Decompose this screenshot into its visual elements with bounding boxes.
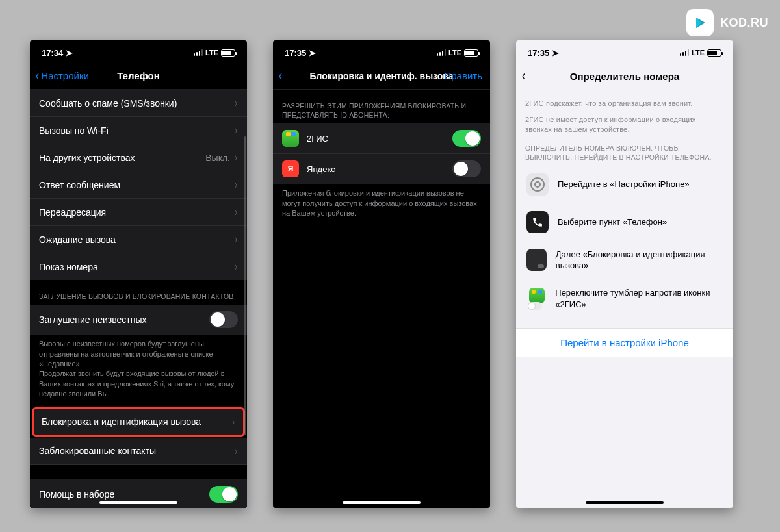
clock: 17:35: [285, 48, 306, 58]
cell-signal-icon: [680, 49, 690, 56]
nav-title: Определитель номера: [570, 71, 679, 82]
nav-title: Телефон: [117, 70, 160, 81]
chevron-right-icon: ›: [235, 444, 237, 458]
section-header-silence: ЗАГЛУШЕНИЕ ВЫЗОВОВ И БЛОКИРОВАНИЕ КОНТАК…: [30, 280, 247, 305]
cell-signal-icon: [437, 49, 447, 56]
chevron-right-icon: ›: [235, 151, 237, 164]
info-text-2: 2ГИС не имеет доступ к информации о вход…: [516, 112, 733, 138]
chevron-right-icon: ›: [235, 96, 237, 110]
section-header-apps: РАЗРЕШИТЬ ЭТИМ ПРИЛОЖЕНИЯМ БЛОКИРОВАТЬ И…: [273, 90, 490, 123]
toggle-dial-assist[interactable]: [209, 486, 238, 503]
scrollbar[interactable]: [244, 136, 246, 435]
chevron-right-icon: ›: [235, 205, 237, 219]
nav-title: Блокировка и идентиф. вызова: [310, 71, 454, 81]
app-row-2gis: 2ГИС: [273, 123, 490, 154]
chevron-right-icon: ›: [235, 233, 237, 246]
toggle-silence-unknown[interactable]: [209, 311, 238, 328]
battery-icon: [707, 49, 722, 57]
toggle-yandex[interactable]: [452, 160, 481, 177]
row-call-waiting[interactable]: Ожидание вызова›: [30, 226, 247, 253]
step-blocking: Далее «Блокировка и идентификация вызова…: [516, 241, 733, 279]
row-wifi-calling[interactable]: Вызовы по Wi-Fi›: [30, 117, 247, 144]
home-indicator[interactable]: [586, 501, 664, 504]
app-2gis-toggle-icon: [526, 288, 546, 310]
network-label: LTE: [692, 49, 705, 57]
phone-2gis-caller-id: 17:35 ➤ LTE ‹ Определитель номера 2ГИС п…: [516, 40, 733, 508]
row-caller-id[interactable]: Показ номера›: [30, 253, 247, 280]
watermark: KOD.RU: [686, 9, 768, 36]
app-label: Яндекс: [307, 164, 445, 174]
home-indicator[interactable]: [343, 501, 421, 504]
phone-call-blocking: 17:35 ➤ LTE ‹ Блокировка и идентиф. вызо…: [273, 40, 490, 508]
info-text-3: ОПРЕДЕЛИТЕЛЬ НОМЕРА ВКЛЮЧЕН. ЧТОБЫ ВЫКЛЮ…: [516, 138, 733, 166]
chevron-right-icon: ›: [235, 260, 237, 273]
kod-logo-icon: [686, 9, 714, 36]
back-button[interactable]: ‹ Настройки: [35, 62, 89, 89]
location-icon: ➤: [309, 48, 316, 58]
info-text-1: 2ГИС подскажет, что за организация вам з…: [516, 90, 733, 112]
chevron-left-icon: ‹: [36, 69, 39, 83]
watermark-text: KOD.RU: [720, 16, 768, 30]
phone-settings-telephone: 17:34 ➤ LTE ‹ Настройки Телефон Сообщать…: [30, 40, 247, 508]
footer-silence: Вызовы с неизвестных номеров будут заглу…: [30, 335, 247, 405]
chevron-left-icon: ‹: [279, 69, 282, 83]
nav-bar: ‹ Блокировка и идентиф. вызова Править: [273, 62, 490, 90]
nav-bar: ‹ Определитель номера: [516, 62, 733, 90]
cell-signal-icon: [194, 49, 203, 56]
step-settings: Перейдите в «Настройки iPhone»: [516, 166, 733, 203]
open-settings-link[interactable]: Перейти в настройки iPhone: [516, 328, 733, 357]
app-icon-yandex: Я: [282, 160, 299, 177]
phone-app-icon: [526, 211, 549, 233]
row-blocked-contacts[interactable]: Заблокированные контакты ›: [30, 438, 247, 465]
clock: 17:34: [42, 48, 63, 58]
app-icon-2gis: [282, 130, 299, 147]
location-icon: ➤: [552, 48, 559, 58]
network-label: LTE: [205, 49, 218, 57]
step-phone: Выберите пункт «Телефон»: [516, 203, 733, 241]
settings-icon: [526, 173, 549, 196]
battery-icon: [464, 49, 478, 57]
status-bar: 17:35 ➤ LTE: [273, 40, 490, 62]
step-toggle-2gis: Переключите тумблер напротив иконки «2ГИ…: [516, 279, 733, 318]
row-call-blocking-id[interactable]: Блокировка и идентификация вызова ›: [32, 407, 245, 437]
app-label: 2ГИС: [307, 134, 445, 144]
toggle-2gis[interactable]: [452, 130, 481, 147]
row-silence-unknown: Заглушение неизвестных: [30, 305, 247, 335]
status-bar: 17:34 ➤ LTE: [30, 40, 247, 62]
row-spam[interactable]: Сообщать о спаме (SMS/звонки)›: [30, 90, 247, 117]
location-icon: ➤: [66, 48, 73, 58]
clock: 17:35: [528, 48, 549, 58]
battery-icon: [221, 49, 235, 57]
chevron-left-icon: ‹: [522, 69, 525, 83]
nav-bar: ‹ Настройки Телефон: [30, 62, 247, 90]
app-row-yandex: Я Яндекс: [273, 154, 490, 184]
chevron-right-icon: ›: [235, 178, 237, 192]
row-forwarding[interactable]: Переадресация›: [30, 199, 247, 226]
row-respond-text[interactable]: Ответ сообщением›: [30, 171, 247, 199]
home-indicator[interactable]: [99, 501, 177, 504]
status-bar: 17:35 ➤ LTE: [516, 40, 733, 62]
row-other-devices[interactable]: На других устройствахВыкл.›: [30, 144, 247, 171]
blocking-app-icon: [526, 249, 547, 271]
back-button[interactable]: ‹: [278, 62, 283, 89]
settings-group-calls: Сообщать о спаме (SMS/звонки)› Вызовы по…: [30, 90, 247, 280]
footer-apps: Приложения блокировки и идентификации вы…: [273, 184, 490, 225]
back-button[interactable]: ‹: [521, 62, 526, 90]
back-label: Настройки: [41, 70, 89, 81]
chevron-right-icon: ›: [235, 123, 237, 137]
chevron-right-icon: ›: [232, 415, 235, 429]
edit-button[interactable]: Править: [445, 62, 483, 89]
network-label: LTE: [448, 49, 462, 57]
